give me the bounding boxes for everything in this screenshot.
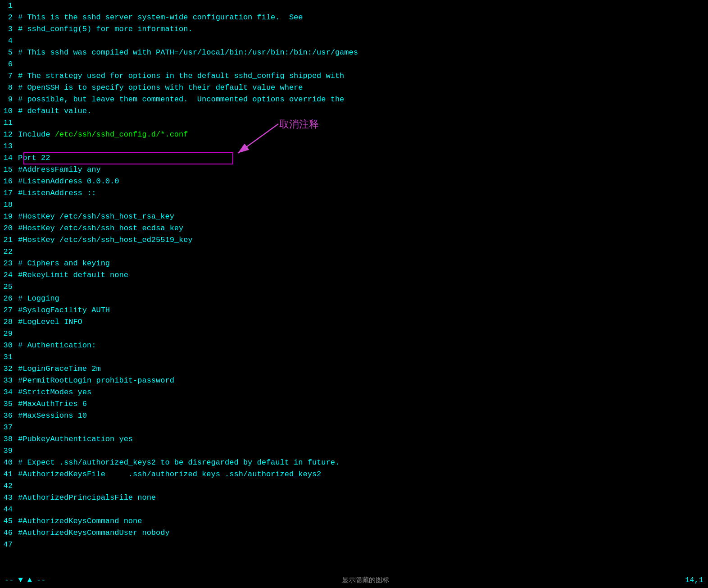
line-number: 43	[0, 492, 18, 504]
editor-line: 20#HostKey /etc/ssh/ssh_host_ecdsa_key	[0, 223, 708, 234]
editor-line: 22	[0, 246, 708, 258]
line-content: #SyslogFacility AUTH	[18, 305, 708, 316]
line-number: 32	[0, 363, 18, 375]
status-bar: -- ▼ ▲ -- 显示隐藏的图标 14,1	[0, 572, 708, 588]
line-number: 38	[0, 433, 18, 445]
editor-line: 47	[0, 539, 708, 551]
editor-line: 31	[0, 351, 708, 363]
editor-container: 12# This is the sshd server system-wide …	[0, 0, 708, 588]
line-content: #HostKey /etc/ssh/ssh_host_rsa_key	[18, 211, 708, 223]
line-number: 37	[0, 422, 18, 433]
line-content: #MaxAuthTries 6	[18, 398, 708, 410]
editor-line: 38#PubkeyAuthentication yes	[0, 433, 708, 445]
editor-line: 13	[0, 141, 708, 152]
line-content: #PermitRootLogin prohibit-password	[18, 375, 708, 387]
line-number: 34	[0, 387, 18, 398]
line-number: 35	[0, 398, 18, 410]
status-arrows: ▼ ▲	[18, 576, 32, 584]
line-content: # This is the sshd server system-wide co…	[18, 12, 708, 23]
line-number: 1	[0, 0, 18, 12]
editor-line: 30# Authentication:	[0, 340, 708, 351]
line-number: 7	[0, 70, 18, 82]
line-content: #StrictModes yes	[18, 387, 708, 398]
editor-line: 4	[0, 35, 708, 47]
editor-line: 16#ListenAddress 0.0.0.0	[0, 176, 708, 187]
line-number: 4	[0, 35, 18, 47]
line-number: 11	[0, 117, 18, 129]
line-content: #AuthorizedPrincipalsFile none	[18, 492, 708, 504]
line-number: 47	[0, 539, 18, 551]
line-content: #HostKey /etc/ssh/ssh_host_ecdsa_key	[18, 223, 708, 234]
editor-line: 29	[0, 328, 708, 340]
line-content: #AddressFamily any	[18, 164, 708, 176]
editor-line: 35#MaxAuthTries 6	[0, 398, 708, 410]
line-content: # possible, but leave them commented. Un…	[18, 94, 708, 105]
line-number: 22	[0, 246, 18, 258]
line-content: #MaxSessions 10	[18, 410, 708, 422]
line-number: 6	[0, 59, 18, 70]
editor-line: 3# sshd_config(5) for more information.	[0, 23, 708, 35]
line-number: 36	[0, 410, 18, 422]
editor-line: 42	[0, 480, 708, 492]
line-number: 10	[0, 105, 18, 117]
line-content: # Authentication:	[18, 340, 708, 351]
editor-line: 10# default value.	[0, 105, 708, 117]
editor-line: 25	[0, 281, 708, 293]
editor-line: 21#HostKey /etc/ssh/ssh_host_ed25519_key	[0, 234, 708, 246]
line-content: # Ciphers and keying	[18, 258, 708, 269]
line-content: #LoginGraceTime 2m	[18, 363, 708, 375]
line-number: 5	[0, 47, 18, 59]
editor-line: 1	[0, 0, 708, 12]
line-number: 46	[0, 527, 18, 539]
editor-line: 5# This sshd was compiled with PATH=/usr…	[0, 47, 708, 59]
line-number: 30	[0, 340, 18, 351]
line-content: # default value.	[18, 105, 708, 117]
line-content: #ListenAddress ::	[18, 187, 708, 199]
line-number: 21	[0, 234, 18, 246]
editor-line: 23# Ciphers and keying	[0, 258, 708, 269]
editor-line: 24#RekeyLimit default none	[0, 269, 708, 281]
line-content: #ListenAddress 0.0.0.0	[18, 176, 708, 187]
editor-line: 7# The strategy used for options in the …	[0, 70, 708, 82]
editor-line: 46#AuthorizedKeysCommandUser nobody	[0, 527, 708, 539]
status-center-text: 显示隐藏的图标	[342, 576, 389, 584]
line-number: 45	[0, 515, 18, 527]
editor-line: 39	[0, 445, 708, 457]
line-number: 44	[0, 504, 18, 515]
editor-line: 32#LoginGraceTime 2m	[0, 363, 708, 375]
line-content: #LogLevel INFO	[18, 316, 708, 328]
status-bar-left: -- ▼ ▲ --	[5, 576, 45, 584]
editor-line: 33#PermitRootLogin prohibit-password	[0, 375, 708, 387]
editor-line: 2# This is the sshd server system-wide c…	[0, 12, 708, 23]
line-content: #PubkeyAuthentication yes	[18, 433, 708, 445]
line-content: # sshd_config(5) for more information.	[18, 23, 708, 35]
line-number: 33	[0, 375, 18, 387]
line-number: 19	[0, 211, 18, 223]
line-content: # This sshd was compiled with PATH=/usr/…	[18, 47, 708, 59]
line-number: 42	[0, 480, 18, 492]
line-content: #AuthorizedKeysCommandUser nobody	[18, 527, 708, 539]
status-dash-left: --	[5, 576, 14, 584]
line-number: 2	[0, 12, 18, 23]
line-number: 25	[0, 281, 18, 293]
editor-line: 12Include /etc/ssh/sshd_config.d/*.conf	[0, 129, 708, 141]
editor-line: 18	[0, 199, 708, 211]
editor-line: 15#AddressFamily any	[0, 164, 708, 176]
line-number: 39	[0, 445, 18, 457]
editor-line: 17#ListenAddress ::	[0, 187, 708, 199]
line-number: 41	[0, 469, 18, 480]
code-area[interactable]: 12# This is the sshd server system-wide …	[0, 0, 708, 572]
line-content: # OpenSSH is to specify options with the…	[18, 82, 708, 94]
line-number: 14	[0, 152, 18, 164]
editor-line: 27#SyslogFacility AUTH	[0, 305, 708, 316]
editor-line: 11	[0, 117, 708, 129]
editor-line: 45#AuthorizedKeysCommand none	[0, 515, 708, 527]
editor-line: 44	[0, 504, 708, 515]
editor-line: 28#LogLevel INFO	[0, 316, 708, 328]
line-number: 15	[0, 164, 18, 176]
line-number: 3	[0, 23, 18, 35]
line-number: 29	[0, 328, 18, 340]
editor-line: 14Port 22	[0, 152, 708, 164]
line-number: 28	[0, 316, 18, 328]
editor-line: 8# OpenSSH is to specify options with th…	[0, 82, 708, 94]
